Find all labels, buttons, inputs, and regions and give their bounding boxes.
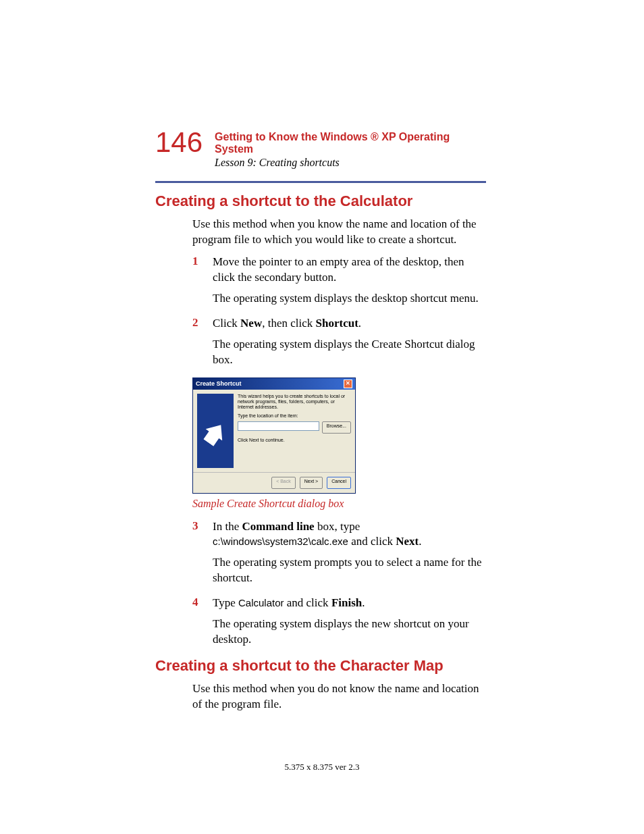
step-2: 2 Click New, then click Shortcut. The op… [192,316,486,373]
step-number: 2 [192,316,213,373]
bold-text: Finish [331,596,362,609]
dialog-right-pane: This wizard helps you to create shortcut… [238,394,351,468]
dialog-hint: Click Next to continue. [238,438,351,443]
step-number: 4 [192,596,213,653]
next-button[interactable]: Next > [300,477,323,489]
step-body: Move the pointer to an empty area of the… [213,255,486,312]
text-fragment: Type [213,596,238,609]
text-fragment: , then click [262,317,315,330]
text-fragment: . [419,535,421,548]
text-fragment: In the [213,520,242,533]
text-fragment: . [358,317,361,330]
location-input[interactable] [238,421,319,431]
close-icon[interactable]: ✕ [344,380,352,388]
step-result: The operating system prompts you to sele… [213,555,486,586]
bold-text: Shortcut [316,317,358,330]
section2-body: Use this method when you do not know the… [192,681,486,712]
step-result: The operating system displays the Create… [213,337,486,368]
text-fragment: and click [348,535,396,548]
chapter-title: Getting to Know the Windows ® XP Operati… [215,131,486,155]
lesson-title: Lesson 9: Creating shortcuts [215,157,486,169]
dialog-titlebar: Create Shortcut ✕ [193,378,355,390]
mono-text: c:\windows\system32\calc.exe [213,536,348,547]
step-text: Move the pointer to an empty area of the… [213,255,486,286]
figure-caption: Sample Create Shortcut dialog box [192,498,486,510]
dialog-description: This wizard helps you to create shortcut… [238,394,351,411]
dialog-footer: < Back Next > Cancel [193,472,355,493]
step-result: The operating system displays the new sh… [213,617,486,648]
page-header: 146 Getting to Know the Windows ® XP Ope… [155,128,486,169]
text-fragment: and click [284,596,331,609]
page-content: 146 Getting to Know the Windows ® XP Ope… [155,128,486,719]
browse-button[interactable]: Browse... [322,421,351,434]
step-text: Click New, then click Shortcut. [213,316,486,332]
dialog-title: Create Shortcut [196,380,242,387]
cancel-button[interactable]: Cancel [327,477,351,489]
section-heading-calculator: Creating a shortcut to the Calculator [155,192,486,210]
back-button[interactable]: < Back [271,477,296,489]
step-text: In the Command line box, type c:\windows… [213,519,486,550]
step-4: 4 Type Calculator and click Finish. The … [192,596,486,653]
step-1: 1 Move the pointer to an empty area of t… [192,255,486,312]
header-text: Getting to Know the Windows ® XP Operati… [215,128,486,169]
page-footer: 5.375 x 8.375 ver 2.3 [0,762,644,773]
section-heading-charmap: Creating a shortcut to the Character Map [155,657,486,675]
bold-text: Command line [242,520,314,533]
bold-text: Next [396,535,419,548]
step-body: Click New, then click Shortcut. The oper… [213,316,486,373]
page-number: 146 [155,128,203,157]
dialog-label: Type the location of the item: [238,413,351,419]
shortcut-arrow-icon [200,417,230,448]
section1-body: Use this method when you know the name a… [192,217,486,653]
intro-paragraph: Use this method when you know the name a… [192,217,486,248]
text-fragment: . [362,596,365,609]
step-number: 3 [192,519,213,592]
step-body: Type Calculator and click Finish. The op… [213,596,486,653]
text-fragment: Click [213,317,240,330]
dialog-input-row: Browse... [238,421,351,434]
step-text: Type Calculator and click Finish. [213,596,486,611]
step-3: 3 In the Command line box, type c:\windo… [192,519,486,592]
bold-text: New [240,317,262,330]
create-shortcut-dialog: Create Shortcut ✕ This wizard helps you … [192,377,356,494]
wizard-graphic [197,394,234,468]
step-body: In the Command line box, type c:\windows… [213,519,486,592]
step-result: The operating system displays the deskto… [213,291,486,307]
intro-paragraph: Use this method when you do not know the… [192,681,486,712]
header-rule [155,181,486,183]
mono-text: Calculator [238,597,284,608]
dialog-body: This wizard helps you to create shortcut… [193,390,355,472]
step-number: 1 [192,255,213,312]
text-fragment: box, type [315,520,360,533]
